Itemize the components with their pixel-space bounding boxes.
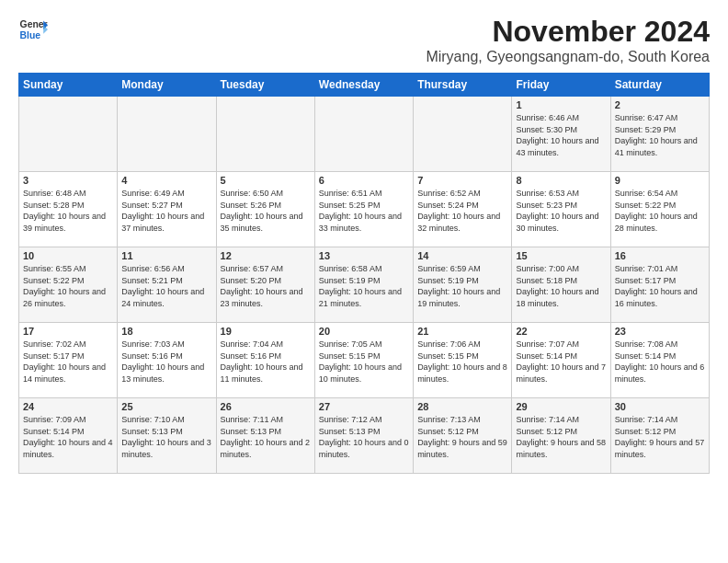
day-number: 13: [319, 250, 409, 261]
cell-week3-day1: 18Sunrise: 7:03 AMSunset: 5:16 PMDayligh…: [118, 323, 216, 398]
header: General Blue November 2024 Miryang, Gyeo…: [18, 15, 710, 65]
cell-content: Sunrise: 6:55 AMSunset: 5:22 PMDaylight:…: [23, 263, 113, 309]
cell-week1-day3: 6Sunrise: 6:51 AMSunset: 5:25 PMDaylight…: [314, 172, 413, 247]
cell-week2-day2: 12Sunrise: 6:57 AMSunset: 5:20 PMDayligh…: [216, 247, 314, 323]
logo: General Blue: [18, 15, 48, 44]
day-number: 12: [221, 250, 311, 261]
title-area: November 2024 Miryang, Gyeongsangnam-do,…: [426, 15, 710, 65]
cell-week0-day2: [216, 97, 314, 172]
cell-content: Sunrise: 7:00 AMSunset: 5:18 PMDaylight:…: [516, 263, 606, 309]
cell-week3-day3: 20Sunrise: 7:05 AMSunset: 5:15 PMDayligh…: [314, 323, 413, 398]
header-wednesday: Wednesday: [314, 74, 413, 97]
cell-content: Sunrise: 7:09 AMSunset: 5:14 PMDaylight:…: [23, 414, 113, 460]
day-number: 5: [221, 175, 311, 186]
week-row-1: 3Sunrise: 6:48 AMSunset: 5:28 PMDaylight…: [19, 172, 710, 247]
cell-week1-day4: 7Sunrise: 6:52 AMSunset: 5:24 PMDaylight…: [414, 172, 512, 247]
cell-content: Sunrise: 6:51 AMSunset: 5:25 PMDaylight:…: [319, 188, 409, 234]
cell-week1-day1: 4Sunrise: 6:49 AMSunset: 5:27 PMDaylight…: [118, 172, 216, 247]
week-row-2: 10Sunrise: 6:55 AMSunset: 5:22 PMDayligh…: [19, 247, 710, 323]
main-title: November 2024: [426, 15, 710, 49]
cell-week4-day2: 26Sunrise: 7:11 AMSunset: 5:13 PMDayligh…: [216, 398, 314, 474]
day-number: 9: [615, 175, 705, 186]
cell-content: Sunrise: 7:14 AMSunset: 5:12 PMDaylight:…: [615, 414, 705, 460]
week-row-4: 24Sunrise: 7:09 AMSunset: 5:14 PMDayligh…: [19, 398, 710, 474]
cell-content: Sunrise: 6:49 AMSunset: 5:27 PMDaylight:…: [121, 188, 211, 234]
cell-week1-day5: 8Sunrise: 6:53 AMSunset: 5:23 PMDaylight…: [512, 172, 610, 247]
svg-text:Blue: Blue: [20, 30, 41, 40]
cell-content: Sunrise: 7:14 AMSunset: 5:12 PMDaylight:…: [516, 414, 606, 460]
cell-content: Sunrise: 6:59 AMSunset: 5:19 PMDaylight:…: [417, 263, 507, 309]
cell-week0-day5: 1Sunrise: 6:46 AMSunset: 5:30 PMDaylight…: [512, 97, 610, 172]
cell-week0-day1: [118, 97, 216, 172]
cell-content: Sunrise: 6:48 AMSunset: 5:28 PMDaylight:…: [23, 188, 113, 234]
week-row-3: 17Sunrise: 7:02 AMSunset: 5:17 PMDayligh…: [19, 323, 710, 398]
header-saturday: Saturday: [610, 74, 709, 97]
day-number: 4: [121, 175, 211, 186]
header-thursday: Thursday: [414, 74, 512, 97]
day-number: 20: [319, 326, 409, 337]
day-number: 26: [221, 401, 311, 412]
day-number: 17: [23, 326, 113, 337]
cell-content: Sunrise: 7:11 AMSunset: 5:13 PMDaylight:…: [221, 414, 311, 460]
day-number: 24: [23, 401, 113, 412]
cell-content: Sunrise: 7:01 AMSunset: 5:17 PMDaylight:…: [615, 263, 705, 309]
day-number: 18: [121, 326, 211, 337]
cell-week3-day4: 21Sunrise: 7:06 AMSunset: 5:15 PMDayligh…: [414, 323, 512, 398]
day-number: 29: [516, 401, 606, 412]
cell-week2-day6: 16Sunrise: 7:01 AMSunset: 5:17 PMDayligh…: [610, 247, 709, 323]
cell-content: Sunrise: 7:12 AMSunset: 5:13 PMDaylight:…: [319, 414, 409, 460]
cell-content: Sunrise: 7:13 AMSunset: 5:12 PMDaylight:…: [417, 414, 507, 460]
day-number: 2: [615, 99, 705, 110]
cell-content: Sunrise: 6:46 AMSunset: 5:30 PMDaylight:…: [516, 112, 606, 158]
cell-week4-day5: 29Sunrise: 7:14 AMSunset: 5:12 PMDayligh…: [512, 398, 610, 474]
cell-week3-day0: 17Sunrise: 7:02 AMSunset: 5:17 PMDayligh…: [19, 323, 118, 398]
cell-content: Sunrise: 7:08 AMSunset: 5:14 PMDaylight:…: [615, 339, 705, 385]
cell-week4-day1: 25Sunrise: 7:10 AMSunset: 5:13 PMDayligh…: [118, 398, 216, 474]
cell-week2-day3: 13Sunrise: 6:58 AMSunset: 5:19 PMDayligh…: [314, 247, 413, 323]
day-number: 6: [319, 175, 409, 186]
cell-week2-day5: 15Sunrise: 7:00 AMSunset: 5:18 PMDayligh…: [512, 247, 610, 323]
cell-week0-day6: 2Sunrise: 6:47 AMSunset: 5:29 PMDaylight…: [610, 97, 709, 172]
cell-content: Sunrise: 6:53 AMSunset: 5:23 PMDaylight:…: [516, 188, 606, 234]
day-number: 3: [23, 175, 113, 186]
cell-week3-day5: 22Sunrise: 7:07 AMSunset: 5:14 PMDayligh…: [512, 323, 610, 398]
day-number: 25: [121, 401, 211, 412]
cell-content: Sunrise: 7:03 AMSunset: 5:16 PMDaylight:…: [121, 339, 211, 385]
day-number: 15: [516, 250, 606, 261]
cell-content: Sunrise: 7:10 AMSunset: 5:13 PMDaylight:…: [121, 414, 211, 460]
cell-week3-day2: 19Sunrise: 7:04 AMSunset: 5:16 PMDayligh…: [216, 323, 314, 398]
cell-content: Sunrise: 7:05 AMSunset: 5:15 PMDaylight:…: [319, 339, 409, 385]
day-number: 7: [417, 175, 507, 186]
week-row-0: 1Sunrise: 6:46 AMSunset: 5:30 PMDaylight…: [19, 97, 710, 172]
cell-content: Sunrise: 6:57 AMSunset: 5:20 PMDaylight:…: [221, 263, 311, 309]
cell-content: Sunrise: 7:07 AMSunset: 5:14 PMDaylight:…: [516, 339, 606, 385]
cell-content: Sunrise: 6:52 AMSunset: 5:24 PMDaylight:…: [417, 188, 507, 234]
day-number: 30: [615, 401, 705, 412]
day-number: 11: [121, 250, 211, 261]
cell-week1-day6: 9Sunrise: 6:54 AMSunset: 5:22 PMDaylight…: [610, 172, 709, 247]
cell-content: Sunrise: 7:06 AMSunset: 5:15 PMDaylight:…: [417, 339, 507, 385]
header-tuesday: Tuesday: [216, 74, 314, 97]
cell-week4-day4: 28Sunrise: 7:13 AMSunset: 5:12 PMDayligh…: [414, 398, 512, 474]
day-number: 22: [516, 326, 606, 337]
subtitle: Miryang, Gyeongsangnam-do, South Korea: [426, 49, 710, 65]
day-number: 8: [516, 175, 606, 186]
cell-content: Sunrise: 6:58 AMSunset: 5:19 PMDaylight:…: [319, 263, 409, 309]
header-friday: Friday: [512, 74, 610, 97]
cell-week2-day1: 11Sunrise: 6:56 AMSunset: 5:21 PMDayligh…: [118, 247, 216, 323]
header-sunday: Sunday: [19, 74, 118, 97]
logo-icon: General Blue: [18, 15, 48, 44]
cell-content: Sunrise: 7:02 AMSunset: 5:17 PMDaylight:…: [23, 339, 113, 385]
header-row: Sunday Monday Tuesday Wednesday Thursday…: [19, 74, 710, 97]
day-number: 16: [615, 250, 705, 261]
cell-week1-day0: 3Sunrise: 6:48 AMSunset: 5:28 PMDaylight…: [19, 172, 118, 247]
page: General Blue November 2024 Miryang, Gyeo…: [0, 0, 728, 483]
cell-content: Sunrise: 6:54 AMSunset: 5:22 PMDaylight:…: [615, 188, 705, 234]
calendar-header: Sunday Monday Tuesday Wednesday Thursday…: [19, 74, 710, 97]
cell-week2-day4: 14Sunrise: 6:59 AMSunset: 5:19 PMDayligh…: [414, 247, 512, 323]
cell-week2-day0: 10Sunrise: 6:55 AMSunset: 5:22 PMDayligh…: [19, 247, 118, 323]
cell-week0-day3: [314, 97, 413, 172]
header-monday: Monday: [118, 74, 216, 97]
cell-week4-day0: 24Sunrise: 7:09 AMSunset: 5:14 PMDayligh…: [19, 398, 118, 474]
cell-week0-day0: [19, 97, 118, 172]
